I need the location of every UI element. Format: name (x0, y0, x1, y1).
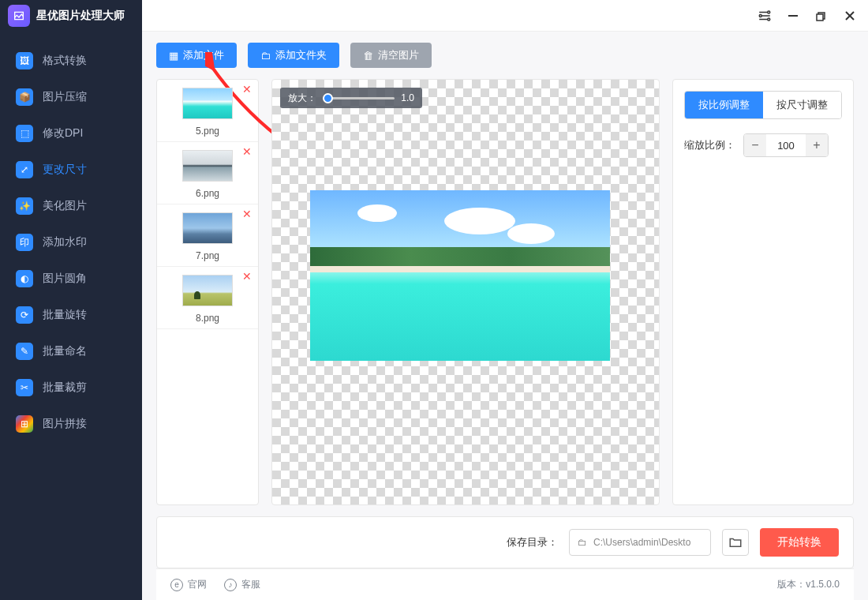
toolbar: ▦添加文件 🗀添加文件夹 🗑清空图片 (156, 43, 854, 68)
svg-point-0 (768, 11, 770, 13)
file-item[interactable]: ✕ 6.png (157, 142, 258, 204)
bottom-bar: 保存目录： 🗀 C:\Users\admin\Deskto 开始转换 (156, 516, 854, 568)
sidebar-item-label: 修改DPI (43, 126, 83, 141)
ratio-decrement-button[interactable]: − (744, 134, 766, 156)
sidebar-item-resize[interactable]: ⤢更改尺寸 (0, 152, 142, 188)
format-icon: 🖼 (16, 52, 33, 69)
site-label: 官网 (188, 578, 207, 591)
add-file-label: 添加文件 (183, 48, 224, 62)
file-item[interactable]: ✕ 7.png (157, 204, 258, 267)
file-thumbnail (182, 212, 233, 244)
folder-icon: 🗀 (260, 50, 271, 62)
support-label: 客服 (241, 578, 260, 591)
support-link[interactable]: ♪客服 (224, 578, 260, 591)
zoom-value: 1.0 (401, 92, 414, 103)
file-icon: ▦ (169, 50, 178, 62)
sidebar-item-label: 添加水印 (43, 235, 87, 249)
browse-folder-button[interactable] (722, 529, 749, 556)
sidebar-item-label: 更改尺寸 (43, 163, 87, 177)
tab-by-size[interactable]: 按尺寸调整 (763, 92, 841, 118)
clear-label: 清空图片 (378, 48, 419, 62)
rename-icon: ✎ (16, 343, 33, 360)
svg-point-1 (759, 14, 761, 17)
ratio-value: 100 (766, 140, 806, 152)
app-logo-icon (8, 5, 30, 27)
titlebar: 星优图片处理大师 (0, 0, 868, 32)
official-site-link[interactable]: e官网 (170, 578, 207, 591)
compress-icon: 📦 (16, 88, 33, 106)
sidebar-item-label: 图片圆角 (43, 272, 87, 286)
zoom-slider[interactable] (323, 97, 395, 99)
add-file-button[interactable]: ▦添加文件 (156, 43, 237, 68)
delete-file-button[interactable]: ✕ (242, 145, 252, 158)
version-text: 版本：v1.5.0.0 (777, 578, 840, 591)
stitch-icon: ⊞ (16, 415, 33, 433)
settings-panel: 按比例调整 按尺寸调整 缩放比例： − 100 + (672, 79, 854, 505)
sidebar-item-rename[interactable]: ✎批量命名 (0, 333, 142, 369)
add-folder-button[interactable]: 🗀添加文件夹 (248, 43, 339, 68)
clear-button[interactable]: 🗑清空图片 (350, 43, 432, 68)
sidebar-item-label: 批量裁剪 (43, 381, 87, 395)
zoom-bar: 放大： 1.0 (280, 88, 422, 108)
file-name: 7.png (163, 250, 252, 261)
maximize-button[interactable] (814, 9, 829, 23)
ratio-increment-button[interactable]: + (806, 134, 828, 156)
tab-by-ratio[interactable]: 按比例调整 (685, 92, 763, 118)
file-list[interactable]: ✕ 5.png ✕ 6.png ✕ 7.png ✕ 8.png (156, 79, 259, 505)
watermark-icon: 印 (16, 234, 33, 251)
sidebar-item-round[interactable]: ◐图片圆角 (0, 261, 142, 297)
sidebar-item-stitch[interactable]: ⊞图片拼接 (0, 406, 142, 442)
sidebar-item-compress[interactable]: 📦图片压缩 (0, 79, 142, 115)
start-convert-button[interactable]: 开始转换 (760, 528, 839, 557)
resize-icon: ⤢ (16, 161, 33, 178)
sidebar-item-label: 批量命名 (43, 344, 87, 358)
delete-file-button[interactable]: ✕ (242, 83, 252, 96)
headset-icon: ♪ (224, 579, 237, 591)
sidebar: 🖼格式转换 📦图片压缩 ⬚修改DPI ⤢更改尺寸 ✨美化图片 印添加水印 ◐图片… (0, 32, 142, 600)
beautify-icon: ✨ (16, 197, 33, 215)
file-thumbnail (182, 150, 233, 182)
file-thumbnail (182, 88, 233, 119)
file-name: 6.png (163, 188, 252, 199)
sidebar-item-label: 格式转换 (43, 54, 87, 68)
file-name: 8.png (163, 313, 252, 324)
minimize-button[interactable] (786, 9, 800, 23)
file-item[interactable]: ✕ 8.png (157, 267, 258, 329)
folder-small-icon: 🗀 (578, 537, 587, 548)
settings-icon[interactable] (758, 9, 772, 23)
globe-icon: e (170, 579, 183, 591)
sidebar-item-crop[interactable]: ✂批量裁剪 (0, 369, 142, 406)
file-item[interactable]: ✕ 5.png (157, 80, 258, 142)
rotate-icon: ⟳ (16, 306, 33, 324)
preview-image (310, 190, 610, 361)
delete-file-button[interactable]: ✕ (242, 208, 252, 220)
sidebar-item-dpi[interactable]: ⬚修改DPI (0, 115, 142, 152)
ratio-control: 缩放比例： − 100 + (684, 133, 842, 157)
sidebar-item-watermark[interactable]: 印添加水印 (0, 224, 142, 261)
sidebar-item-format[interactable]: 🖼格式转换 (0, 43, 142, 79)
trash-icon: 🗑 (363, 50, 373, 62)
sidebar-item-label: 美化图片 (43, 199, 87, 213)
sidebar-item-label: 图片压缩 (43, 90, 87, 104)
crop-icon: ✂ (16, 379, 33, 396)
save-dir-label: 保存目录： (507, 535, 558, 549)
preview-panel: 放大： 1.0 (271, 79, 660, 505)
file-thumbnail (182, 275, 233, 306)
save-path-box[interactable]: 🗀 C:\Users\admin\Deskto (569, 529, 711, 556)
sidebar-item-rotate[interactable]: ⟳批量旋转 (0, 297, 142, 333)
save-path-text: C:\Users\admin\Deskto (593, 537, 690, 548)
sidebar-item-label: 图片拼接 (43, 417, 87, 431)
round-icon: ◐ (16, 270, 33, 287)
add-folder-label: 添加文件夹 (275, 48, 327, 62)
titlebar-right (142, 0, 868, 32)
zoom-handle[interactable] (323, 93, 333, 103)
delete-file-button[interactable]: ✕ (242, 270, 252, 283)
close-button[interactable] (843, 9, 857, 23)
sidebar-item-beautify[interactable]: ✨美化图片 (0, 188, 142, 224)
sidebar-item-label: 批量旋转 (43, 308, 87, 322)
dpi-icon: ⬚ (16, 125, 33, 142)
titlebar-left: 星优图片处理大师 (0, 0, 142, 32)
resize-mode-tabs: 按比例调整 按尺寸调整 (684, 91, 842, 119)
app-title: 星优图片处理大师 (36, 9, 125, 23)
footer: e官网 ♪客服 版本：v1.5.0.0 (156, 568, 854, 600)
